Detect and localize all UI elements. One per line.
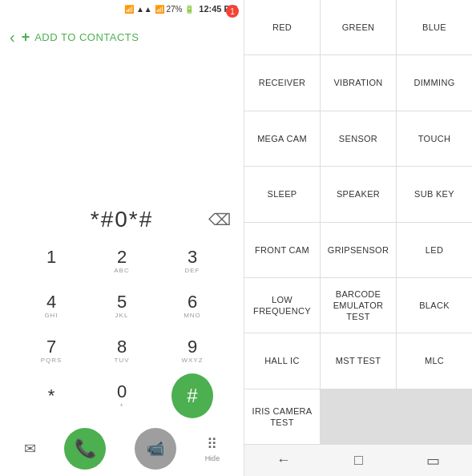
menu-cell-red[interactable]: RED [244,0,320,54]
menu-cell-gripsensor[interactable]: GRIPSENSOR [321,223,396,277]
key-6[interactable]: 6 MNO [157,284,228,329]
back-button[interactable]: ‹ [10,28,15,46]
keypad: 1 2 ABC 3 DEF 4 GHI 5 JKL 6 MNO [13,239,231,418]
nav-recent-icon[interactable]: ▭ [426,452,440,470]
notification-badge: 1 [226,5,239,18]
menu-cell-front-cam[interactable]: FRONT CAM [244,223,320,277]
dialer-panel: 📶 ▲▲ 📶 27% 🔋 12:45 PM 1 ‹ + ADD TO CONTA… [0,0,244,476]
sim-icon: 📶 [124,5,134,14]
nav-home-icon[interactable]: □ [354,452,363,469]
nav-back-icon[interactable]: ← [276,452,291,469]
menu-cell-speaker[interactable]: SPEAKER [321,167,396,221]
key-3[interactable]: 3 DEF [157,239,228,284]
hide-label: Hide [205,454,220,462]
menu-cell-iris-camera-test[interactable]: IRIS CAMERA TEST [244,389,320,444]
video-button[interactable]: 📹 [135,428,176,470]
menu-cell-vibration[interactable]: VIBRATION [321,55,396,110]
menu-cell-black[interactable]: BLACK [397,278,472,333]
menu-panel: REDGREENBLUERECEIVERVIBRATIONDIMMINGMEGA… [244,0,472,476]
key-9[interactable]: 9 WXYZ [157,329,228,373]
nav-bar: ← □ ▭ [244,444,472,476]
add-contacts-label: ADD TO CONTACTS [34,31,139,43]
key-2[interactable]: 2 ABC [87,239,157,284]
hide-button[interactable]: ⠿ Hide [205,435,220,462]
battery-percent: 📶 27% 🔋 [155,5,195,14]
menu-cell-barcode-emulator-test[interactable]: BARCODE EMULATOR TEST [321,278,396,333]
menu-grid: REDGREENBLUERECEIVERVIBRATIONDIMMINGMEGA… [244,0,472,444]
menu-cell-sleep[interactable]: SLEEP [244,167,320,221]
menu-cell-green[interactable]: GREEN [321,0,396,54]
key-8[interactable]: 8 TUV [87,329,157,373]
key-star[interactable]: * [16,373,87,418]
menu-cell-sensor[interactable]: SENSOR [321,111,396,166]
menu-cell-mst-test[interactable]: MST TEST [321,333,396,388]
key-5[interactable]: 5 JKL [87,284,157,329]
key-7[interactable]: 7 PQRS [16,329,87,373]
action-bar: ✉ 📞 📹 ⠿ Hide [0,425,244,476]
backspace-button[interactable]: ⌫ [208,210,231,229]
dial-number-text: *#0*# [91,207,154,232]
menu-cell-receiver[interactable]: RECEIVER [244,55,320,110]
menu-cell-dimming[interactable]: DIMMING [397,55,472,110]
video-icon: 📹 [147,440,164,458]
key-4[interactable]: 4 GHI [16,284,87,329]
add-icon: + [22,29,30,46]
call-button[interactable]: 📞 [64,428,106,470]
menu-cell-mega-cam[interactable]: MEGA CAM [244,111,320,166]
status-icons: 📶 ▲▲ 📶 27% 🔋 [124,5,194,14]
key-1[interactable]: 1 [16,239,87,284]
menu-cell-low-frequency[interactable]: LOW FREQUENCY [244,278,320,333]
key-0[interactable]: 0 + [87,373,157,418]
menu-cell-sub-key[interactable]: SUB KEY [397,167,472,221]
signal-icon: ▲▲ [136,5,152,14]
menu-cell-touch[interactable]: TOUCH [397,111,472,166]
menu-cell-hall-ic[interactable]: HALL IC [244,333,320,388]
hide-icon: ⠿ [207,435,217,453]
menu-cell-blue[interactable]: BLUE [397,0,472,54]
key-hash[interactable]: # [171,373,213,418]
status-bar: 📶 ▲▲ 📶 27% 🔋 12:45 PM [0,0,244,18]
message-icon: ✉ [24,440,36,458]
top-bar: ‹ + ADD TO CONTACTS [0,18,244,56]
dialer-display: *#0*# ⌫ 1 2 ABC 3 DEF 4 GHI [0,56,244,425]
dial-number-row: *#0*# ⌫ [13,200,231,239]
add-to-contacts-button[interactable]: + ADD TO CONTACTS [22,29,139,46]
menu-cell-mlc[interactable]: MLC [397,333,472,388]
call-icon: 📞 [75,438,96,459]
menu-cell-led[interactable]: LED [397,223,472,277]
message-button[interactable]: ✉ [24,440,36,458]
